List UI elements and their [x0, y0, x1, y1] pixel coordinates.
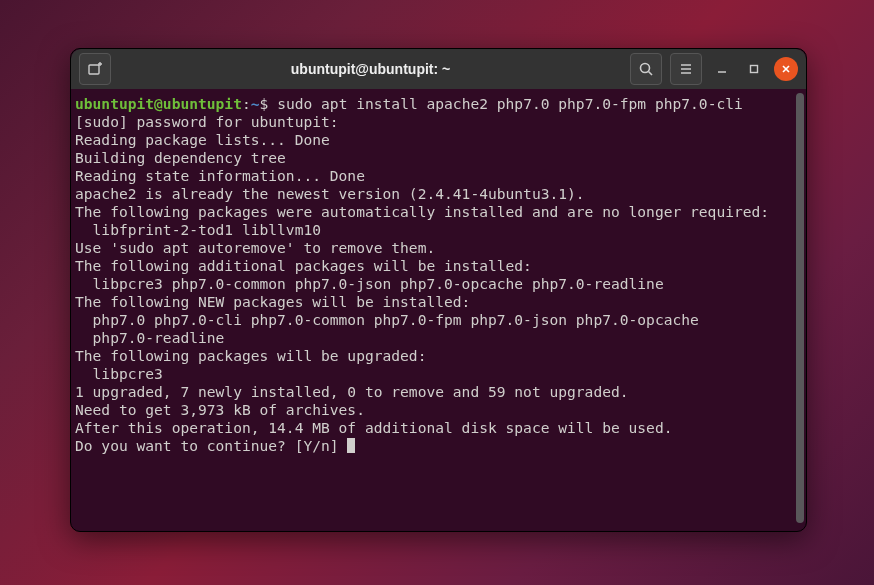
output-line: php7.0 php7.0-cli php7.0-common php7.0-f…: [75, 311, 699, 328]
search-button[interactable]: [630, 53, 662, 85]
output-line: The following packages will be upgraded:: [75, 347, 426, 364]
close-icon: [781, 64, 791, 74]
minimize-icon: [716, 63, 728, 75]
output-line: libfprint-2-tod1 libllvm10: [75, 221, 321, 238]
output-line: libpcre3: [75, 365, 163, 382]
output-line: The following NEW packages will be insta…: [75, 293, 470, 310]
svg-point-3: [641, 64, 650, 73]
new-tab-button[interactable]: [79, 53, 111, 85]
search-icon: [638, 61, 654, 77]
output-line: Reading package lists... Done: [75, 131, 330, 148]
output-line: The following packages were automaticall…: [75, 203, 769, 220]
output-line: Use 'sudo apt autoremove' to remove them…: [75, 239, 435, 256]
prompt-user-host: ubuntupit@ubuntupit: [75, 95, 242, 112]
prompt-symbol: $: [260, 95, 269, 112]
output-line: php7.0-readline: [75, 329, 224, 346]
maximize-button[interactable]: [742, 57, 766, 81]
output-line: Building dependency tree: [75, 149, 286, 166]
svg-line-4: [649, 72, 653, 76]
output-line: After this operation, 14.4 MB of additio…: [75, 419, 672, 436]
close-button[interactable]: [774, 57, 798, 81]
terminal-window: ubuntupit@ubuntupit: ~: [70, 48, 807, 532]
cursor: [347, 438, 355, 453]
terminal-content: ubuntupit@ubuntupit:~$ sudo apt install …: [75, 95, 796, 455]
output-line: Do you want to continue? [Y/n]: [75, 437, 347, 454]
titlebar[interactable]: ubuntupit@ubuntupit: ~: [71, 49, 806, 89]
command-text: sudo apt install apache2 php7.0 php7.0-f…: [277, 95, 743, 112]
maximize-icon: [748, 63, 760, 75]
new-tab-icon: [87, 61, 103, 77]
svg-rect-9: [751, 66, 758, 73]
output-line: 1 upgraded, 7 newly installed, 0 to remo…: [75, 383, 629, 400]
titlebar-right: [630, 53, 798, 85]
scrollbar[interactable]: [796, 93, 804, 523]
terminal-body[interactable]: ubuntupit@ubuntupit:~$ sudo apt install …: [71, 89, 806, 531]
window-title: ubuntupit@ubuntupit: ~: [119, 61, 622, 77]
desktop-background: ubuntupit@ubuntupit: ~: [0, 0, 874, 585]
svg-rect-0: [89, 65, 99, 74]
output-line: Need to get 3,973 kB of archives.: [75, 401, 365, 418]
output-line: Reading state information... Done: [75, 167, 365, 184]
minimize-button[interactable]: [710, 57, 734, 81]
output-line: libpcre3 php7.0-common php7.0-json php7.…: [75, 275, 664, 292]
prompt-separator: :: [242, 95, 251, 112]
output-line: The following additional packages will b…: [75, 257, 532, 274]
menu-icon: [678, 61, 694, 77]
output-line: [sudo] password for ubuntupit:: [75, 113, 339, 130]
prompt-path: ~: [251, 95, 260, 112]
output-line: apache2 is already the newest version (2…: [75, 185, 585, 202]
menu-button[interactable]: [670, 53, 702, 85]
